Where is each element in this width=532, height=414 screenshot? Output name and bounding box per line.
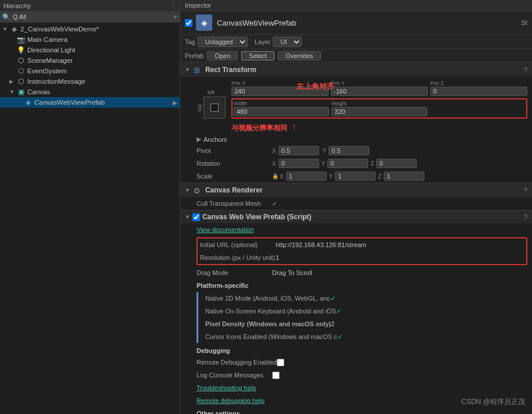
platform-fields: Native 2D Mode (Android, iOS, WebGL, anc… [203,292,527,343]
height-input[interactable] [331,107,427,116]
width-height-box: Width Height [231,98,527,119]
script-help[interactable]: ? [524,213,527,220]
url-highlighted-box: Initial URL (optional) http://192.168.43… [197,237,527,265]
add-icon[interactable]: + [173,13,177,21]
drag-mode-value: Drag To Scroll [272,269,527,276]
tag-dropdown[interactable]: Untagged [198,37,248,47]
initial-url-label: Initial URL (optional) [200,241,276,248]
remote-debug-checkbox[interactable] [277,359,284,366]
anchor-visual [203,97,226,119]
annotation-topleft: 左上角对齐 [297,81,334,92]
rotation-z-input[interactable] [376,159,417,168]
hierarchy-title: Hierarchy [3,2,31,9]
troubleshoot-row: Troubleshooting help [180,381,532,394]
hierarchy-panel: Hierarchy ⋮ 🔍 + ▼ ◈ 2_CanvasWebViewDemo*… [0,0,180,414]
troubleshoot-link[interactable]: Troubleshooting help [197,384,256,391]
pivot-y-input[interactable] [329,146,369,155]
scale-label: Scale [197,173,272,180]
prefab-select-button[interactable]: Select [241,51,274,60]
object-icon: ◈ [196,15,212,31]
script-arrow: ▼ [185,214,190,220]
prefab-overrides-button[interactable]: Overrides [278,51,321,60]
width-label: Width [234,101,329,106]
scale-z-label: Z [378,173,381,180]
initial-url-value: http://192.168.43.126:81/stream [276,241,522,248]
height-field: Height [331,101,427,116]
rotation-z-label: Z [370,160,374,167]
tree-item-prefab[interactable]: ◈ CanvasWebViewPrefab ▶ [0,97,180,108]
remote-debug-row: Remote Debugging Enabled [180,356,532,369]
search-input[interactable] [13,13,171,20]
native-2d-row: Native 2D Mode (Android, iOS, WebGL, anc… [203,292,527,305]
script-header[interactable]: ▼ Canvas Web View Prefab (Script) ? [180,210,532,223]
inspector-body: ▼ ⊞ Rect Transform ? left top [180,63,532,414]
rect-transform-header[interactable]: ▼ ⊞ Rect Transform ? [180,63,532,77]
rotation-label: Rotation [197,160,272,167]
rotation-x-input[interactable] [279,159,319,168]
tree-item-camera[interactable]: 📷 Main Camera [0,34,180,45]
tree-arrow-canvas: ▼ [9,89,16,95]
canvas-renderer-header[interactable]: ▼ ⊙ Canvas Renderer ? [180,183,532,197]
native-2d-label: Native 2D Mode (Android, iOS, WebGL, anc [205,295,330,302]
script-enabled-checkbox[interactable] [192,213,200,221]
script-title: Canvas Web View Prefab (Script) [202,213,312,221]
width-input[interactable] [234,107,329,116]
tree-item-event[interactable]: ⬡ EventSystem [0,66,180,76]
canvas-renderer-help[interactable]: ? [524,187,527,194]
event-icon: ⬡ [16,66,26,76]
scale-x-input[interactable] [286,172,327,181]
tree-item-scenemgr[interactable]: ⬡ SceneManager [0,55,180,66]
static-badge: St [522,19,527,26]
pivot-x-label: X [272,148,276,154]
watermark: CSDN @程序员正茂 [461,397,525,407]
canvas-renderer-title: Canvas Renderer [205,186,263,194]
other-settings-label-row: Other settings [180,407,532,414]
scene-icon: ◈ [9,24,19,34]
platform-group: Native 2D Mode (Android, iOS, WebGL, anc… [197,292,527,343]
rect-help-icon[interactable]: ? [524,66,527,73]
tree-item-light[interactable]: 💡 Directional Light [0,45,180,55]
hierarchy-menu-icon[interactable]: ⋮ [170,2,176,9]
object-icon-symbol: ◈ [201,18,208,27]
prefab-open-button[interactable]: Open [207,51,238,60]
pos-z-input[interactable] [430,87,527,96]
scale-y-input[interactable] [335,172,376,181]
platform-section-label: Platform-specific [197,282,248,289]
layer-dropdown[interactable]: UI [273,37,302,47]
tree-label-light: Directional Light [27,47,75,53]
tag-layer-row: Tag Untagged Layer UI [180,35,532,49]
remote-debug-link[interactable]: Remote debugging help [197,397,265,404]
anchors-row[interactable]: ▶ Anchors [180,134,532,144]
pos-y-label: Pos Y [331,80,428,86]
rotation-x-label: X [272,160,276,167]
pos-grid: Pos X Pos Y Pos Z [231,80,527,96]
scale-z-input[interactable] [384,172,424,181]
drag-mode-label: Drag Mode [197,269,272,276]
initial-url-row: Initial URL (optional) http://192.168.43… [198,238,526,251]
scale-x-label: X [280,173,284,180]
cursor-icons-check: ✓ [337,333,342,341]
tree-item-instruction[interactable]: ▶ ⬡ InstructionMessage [0,76,180,87]
spacer-field [430,101,525,116]
rotation-y-label: Y [322,160,326,167]
prefab-icon: ◈ [23,98,33,107]
log-console-label: Log Console Messages [197,372,272,379]
canvas-icon: ▣ [16,87,26,97]
tree-item-scene[interactable]: ▼ ◈ 2_CanvasWebViewDemo* [0,24,180,34]
tree-item-canvas[interactable]: ▼ ▣ Canvas [0,87,180,97]
anchors-label: Anchors [203,136,227,143]
tree-label-prefab: CanvasWebViewPrefab [34,99,105,106]
object-active-checkbox[interactable] [185,19,192,27]
log-console-checkbox[interactable] [272,372,280,379]
resolution-row: Resolution (px / Unity unit) 1 [198,251,526,264]
hierarchy-search-bar: 🔍 + [0,12,180,23]
rotation-y-input[interactable] [327,159,368,168]
scale-y-label: Y [329,173,333,180]
prefab-row: Prefab Open Select Overrides [180,49,532,63]
rect-arrow: ▼ [185,67,190,73]
gameobj-icon-instruction: ⬡ [16,77,26,86]
pivot-x-input[interactable] [279,146,319,155]
prefab-arrow: ▶ [173,99,177,106]
doc-link[interactable]: View documentation [197,226,254,233]
pos-y-input[interactable] [331,87,428,96]
